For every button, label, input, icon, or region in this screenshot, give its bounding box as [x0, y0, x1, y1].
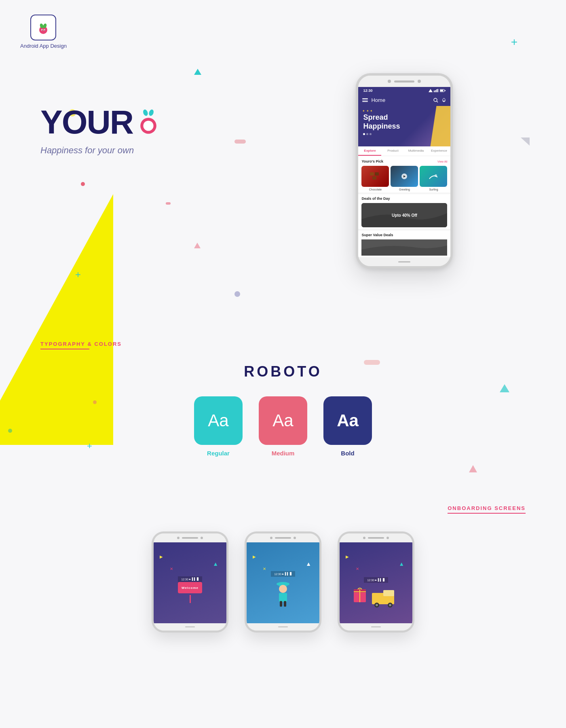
svg-marker-17 [429, 89, 433, 92]
font-box-medium: Aa [259, 396, 307, 445]
font-box-regular: Aa [194, 396, 243, 445]
deals-banner: Upto 40% Off [361, 203, 447, 227]
banner-dot-2 [366, 133, 368, 135]
font-card-regular: Aa Regular [194, 396, 243, 457]
onboard-status-3: 12:30 ▲ ▌▌ ▊ [364, 577, 388, 583]
phone-bottom-bar [358, 257, 450, 266]
onboard-p1-camera2 [201, 537, 203, 539]
deals-offer-text: Upto 40% Off [392, 213, 417, 218]
main-section: YOUR Happiness for your own [0, 57, 566, 308]
pick-label-chocolate: Chocolate [361, 188, 389, 191]
font-label-bold: Bold [341, 450, 354, 457]
pick-item-surfing: Surfing [420, 166, 447, 191]
bell-icon [441, 98, 446, 103]
search-icon [433, 98, 438, 103]
picks-view-all[interactable]: View All [437, 160, 447, 163]
pick-item-chocolate: Chocolate [361, 166, 389, 191]
tab-product[interactable]: Product [381, 146, 404, 156]
svg-point-13 [142, 109, 149, 116]
banner-stars: ✦ ✦ ✦ [362, 109, 372, 113]
pick-label-surfing: Surfing [420, 188, 447, 191]
onboard-phone-1-top [154, 533, 226, 542]
picks-header: Youro's Pick View All [361, 159, 447, 163]
onboard-p2-speaker [275, 537, 291, 539]
onboard-p2-home [278, 626, 288, 627]
svg-point-50 [389, 604, 391, 606]
onboard-p2-camera2 [294, 537, 296, 539]
hamburger-line-2 [362, 100, 368, 101]
font-aa-regular: Aa [208, 411, 228, 430]
app-logo-area: Android App Design [20, 15, 67, 49]
onboard-p3-camera2 [386, 537, 389, 539]
youro-text: YOUR [40, 106, 133, 139]
tab-explore[interactable]: Explore [358, 146, 381, 156]
banner-dot-1 [363, 133, 365, 135]
picks-section: Youro's Pick View All Chocolate ▶ [358, 156, 450, 193]
font-aa-medium: Aa [272, 411, 293, 430]
header: Android App Design [0, 0, 566, 57]
banner-title: SpreadHappiness [363, 113, 446, 131]
phone-screen: 12:30 [358, 87, 450, 257]
onboard-p2-bottom [247, 623, 319, 631]
onboard-p1-bottom [154, 623, 226, 631]
status-bar: 12:30 [358, 87, 450, 94]
status-time: 12:30 [363, 89, 372, 93]
hamburger-icon [362, 98, 368, 102]
onboard-phone-1: 12:30 ▲ ▌▌ ▊ ▶ ▲ ✕ Welcome [152, 531, 228, 633]
onboard-p1-camera [177, 537, 180, 539]
svg-line-26 [437, 101, 438, 102]
youro-logo: YOUR [40, 106, 163, 139]
pick-img-chocolate [361, 166, 389, 187]
tab-experience[interactable]: Experience [427, 146, 450, 156]
svg-rect-18 [434, 91, 435, 92]
tagline: Happiness for your own [40, 145, 134, 156]
onboarding-heading: ONBOARDING SCREENS [448, 505, 526, 511]
onboard-phone-3-top [340, 533, 412, 542]
svg-rect-38 [279, 593, 287, 602]
svg-rect-20 [436, 89, 437, 92]
svg-point-28 [444, 101, 444, 102]
deals-title: Deals of the Day [361, 197, 390, 201]
onboard-p1-speaker [182, 537, 198, 539]
phones-row: 12:30 ▲ ▌▌ ▊ ▶ ▲ ✕ Welcome [40, 531, 526, 633]
svg-point-11 [42, 30, 43, 31]
onboard-phone-2: 12:30 ▲ ▌▌ ▊ ▶ ▲ ✕ [245, 531, 321, 633]
svg-rect-40 [284, 601, 286, 607]
svg-rect-23 [440, 90, 443, 91]
font-variants: Aa Regular Aa Medium Aa Bold [40, 396, 526, 457]
super-title: Super Value Deals [361, 233, 393, 237]
typography-heading: TYPOGRAPHY & COLORS [40, 341, 122, 347]
banner-dot-3 [370, 133, 372, 135]
onboard-p2-camera [270, 537, 272, 539]
picks-title: Youro's Pick [361, 159, 383, 163]
phone-camera [388, 80, 391, 83]
pick-play-btn[interactable]: ▶ [401, 174, 407, 179]
onboard-p1-home [185, 626, 195, 627]
onboard-p3-speaker [368, 537, 384, 539]
phone-camera-2 [418, 80, 421, 83]
status-icons [429, 89, 446, 92]
pick-img-greeting: ▶ [391, 166, 418, 187]
hamburger-line-3 [362, 101, 368, 102]
app-bar-title: Home [371, 97, 430, 103]
svg-rect-46 [383, 590, 394, 596]
typography-section: TYPOGRAPHY & COLORS ROBOTO Aa Regular Aa… [0, 308, 566, 481]
brand-area: YOUR Happiness for your own [40, 73, 275, 156]
app-bar-icons [433, 98, 446, 103]
deals-section: Deals of the Day Upto 40% Off [358, 193, 450, 229]
onboard-screen-3: 12:30 ▲ ▌▌ ▊ ▶ ▲ ✕ [340, 542, 412, 623]
onboard-phone-3: 12:30 ▲ ▌▌ ▊ ▶ ▲ ✕ [338, 531, 414, 633]
svg-rect-30 [375, 172, 379, 176]
app-label: Android App Design [20, 43, 67, 49]
phone-area: 12:30 [275, 73, 534, 269]
svg-rect-19 [435, 90, 436, 92]
logo-icon-box [30, 15, 56, 40]
font-card-medium: Aa Medium [259, 396, 307, 457]
tab-multimedia[interactable]: Multimedia [404, 146, 427, 156]
font-label-medium: Medium [272, 450, 295, 457]
font-aa-bold: Aa [337, 411, 359, 430]
phone-mockup: 12:30 [356, 73, 453, 269]
svg-rect-31 [372, 176, 376, 180]
font-card-bold: Aa Bold [323, 396, 372, 457]
svg-point-14 [148, 109, 154, 116]
